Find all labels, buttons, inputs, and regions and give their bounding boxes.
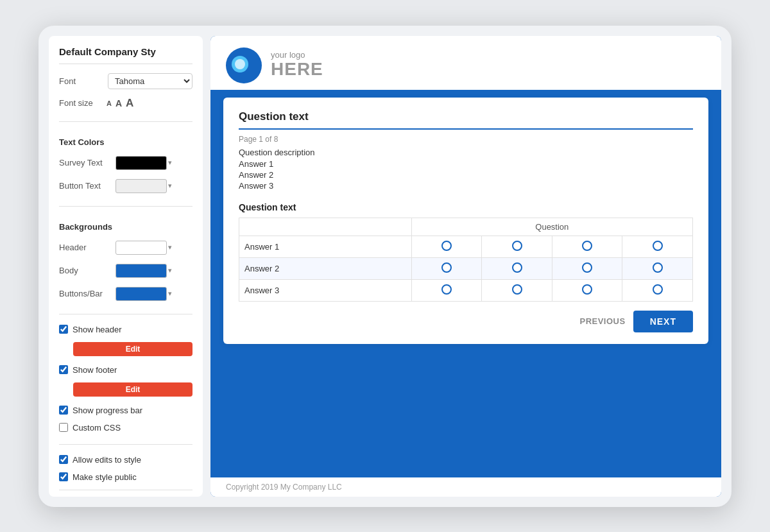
fontsize-label: Font size xyxy=(59,98,103,108)
preview-body: Question text Page 1 of 8 Question descr… xyxy=(210,90,721,477)
button-text-swatch-wrap: ▾ xyxy=(116,179,172,193)
edit-footer-button[interactable]: Edit xyxy=(73,382,193,397)
footer-text: Copyright 2019 My Company LLC xyxy=(226,483,342,492)
radio-circle[interactable] xyxy=(582,262,592,273)
matrix-row-label: Answer 1 xyxy=(239,236,412,257)
logo-small-text: your logo xyxy=(271,51,323,60)
matrix-cell xyxy=(411,279,482,301)
table-row: Answer 2 xyxy=(239,257,693,279)
button-text-swatch[interactable] xyxy=(116,179,167,193)
survey-text-swatch[interactable] xyxy=(116,156,167,170)
matrix-cell xyxy=(552,257,622,279)
matrix-cell xyxy=(552,279,622,301)
buttons-bar-swatch-wrap: ▾ xyxy=(116,287,172,301)
matrix-section: Question text Question Answer 1 xyxy=(239,202,693,302)
radio-circle[interactable] xyxy=(441,262,452,273)
matrix-table: Question Answer 1 xyxy=(239,218,693,302)
body-bg-label: Body xyxy=(59,266,110,275)
show-header-checkbox[interactable] xyxy=(59,325,68,334)
matrix-row-header xyxy=(239,218,412,236)
tablet-frame: Default Company Sty Font Tahoma Font siz… xyxy=(38,26,732,507)
nav-row: PREVIOUS NEXT xyxy=(239,311,693,332)
custom-css-row: Custom CSS xyxy=(59,423,193,433)
survey-text-row: Survey Text ▾ xyxy=(59,156,193,170)
buttons-bar-dropdown[interactable]: ▾ xyxy=(168,289,172,298)
body-bg-swatch[interactable] xyxy=(116,264,167,278)
show-header-row: Show header xyxy=(59,325,193,334)
body-bg-dropdown[interactable]: ▾ xyxy=(168,266,172,275)
matrix-cell xyxy=(622,279,693,301)
font-row: Font Tahoma xyxy=(59,73,193,89)
logo-icon xyxy=(226,47,262,83)
make-public-row: Make style public xyxy=(59,472,193,482)
allow-edits-row: Allow edits to style xyxy=(59,455,193,465)
divider-1 xyxy=(59,121,193,122)
table-row: Answer 1 xyxy=(239,236,693,257)
show-progress-label: Show progress bar xyxy=(73,406,142,415)
svg-point-2 xyxy=(235,59,245,69)
table-row: Answer 3 xyxy=(239,279,693,301)
header-bg-label: Header xyxy=(59,243,110,252)
matrix-cell xyxy=(411,257,482,279)
radio-circle[interactable] xyxy=(582,241,592,251)
survey-text-label: Survey Text xyxy=(59,158,110,167)
show-footer-label: Show footer xyxy=(73,365,117,375)
preview-footer: Copyright 2019 My Company LLC xyxy=(210,477,721,497)
radio-circle[interactable] xyxy=(441,284,452,295)
panel-title: Default Company Sty xyxy=(59,46,193,64)
font-label: Font xyxy=(59,76,103,86)
button-text-dropdown[interactable]: ▾ xyxy=(168,182,172,190)
right-preview: your logo HERE Question text Page 1 of 8… xyxy=(210,36,721,497)
make-public-checkbox[interactable] xyxy=(59,472,68,481)
radio-circle[interactable] xyxy=(512,262,522,273)
logo-big-text: HERE xyxy=(271,60,323,80)
show-progress-checkbox[interactable] xyxy=(59,406,68,415)
fontsize-medium-btn[interactable]: A xyxy=(116,98,122,108)
radio-circle[interactable] xyxy=(441,241,452,251)
radio-circle[interactable] xyxy=(582,284,592,295)
custom-css-checkbox[interactable] xyxy=(59,423,68,432)
radio-circle[interactable] xyxy=(653,284,663,295)
logo-text-wrap: your logo HERE xyxy=(271,51,323,80)
font-select[interactable]: Tahoma xyxy=(108,73,193,89)
body-bg-row: Body ▾ xyxy=(59,264,193,278)
survey-text-swatch-wrap: ▾ xyxy=(116,156,172,170)
previous-button[interactable]: PREVIOUS xyxy=(579,316,625,326)
show-progress-row: Show progress bar xyxy=(59,406,193,415)
show-footer-checkbox[interactable] xyxy=(59,365,68,374)
header-bg-dropdown[interactable]: ▾ xyxy=(168,243,172,252)
matrix-cell xyxy=(622,257,693,279)
fontsize-large-btn[interactable]: A xyxy=(126,97,133,110)
matrix-col-header: Question xyxy=(411,218,692,236)
matrix-cell xyxy=(482,257,552,279)
survey-card: Question text Page 1 of 8 Question descr… xyxy=(223,98,708,344)
edit-header-button[interactable]: Edit xyxy=(73,342,193,356)
answer-2: Answer 2 xyxy=(239,170,693,180)
radio-circle[interactable] xyxy=(512,284,522,295)
question-title: Question text xyxy=(239,110,693,130)
matrix-cell xyxy=(482,236,552,257)
matrix-cell xyxy=(482,279,552,301)
buttons-bar-swatch[interactable] xyxy=(116,287,167,301)
allow-edits-checkbox[interactable] xyxy=(59,455,68,464)
fontsize-small-btn[interactable]: A xyxy=(107,99,112,107)
left-panel: Default Company Sty Font Tahoma Font siz… xyxy=(49,36,203,497)
header-bg-swatch[interactable] xyxy=(116,241,167,255)
button-text-label: Button Text xyxy=(59,181,110,191)
backgrounds-title: Backgrounds xyxy=(59,222,193,232)
next-button[interactable]: NEXT xyxy=(633,311,693,332)
fontsize-row: Font size A A A xyxy=(59,97,193,110)
divider-2 xyxy=(59,206,193,207)
page-info: Page 1 of 8 xyxy=(239,135,693,144)
matrix-row-label: Answer 3 xyxy=(239,279,412,301)
answer-3: Answer 3 xyxy=(239,181,693,191)
radio-circle[interactable] xyxy=(512,241,522,251)
survey-text-dropdown[interactable]: ▾ xyxy=(168,159,172,167)
buttons-bar-label: Buttons/Bar xyxy=(59,289,110,298)
matrix-cell xyxy=(411,236,482,257)
body-bg-swatch-wrap: ▾ xyxy=(116,264,172,278)
radio-circle[interactable] xyxy=(653,262,663,273)
matrix-cell xyxy=(552,236,622,257)
allow-edits-label: Allow edits to style xyxy=(73,455,141,465)
radio-circle[interactable] xyxy=(653,241,663,251)
